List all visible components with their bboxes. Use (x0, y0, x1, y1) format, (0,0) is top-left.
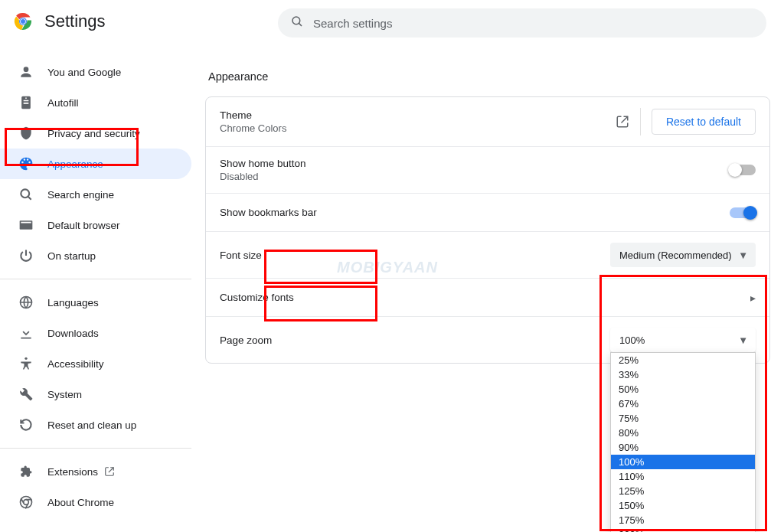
zoom-option[interactable]: 90% (611, 440, 755, 455)
sidebar-item-accessibility[interactable]: Accessibility (0, 348, 191, 379)
zoom-option[interactable]: 50% (611, 382, 755, 397)
zoom-option[interactable]: 150% (611, 498, 755, 513)
svg-line-7 (28, 197, 31, 200)
dropdown-arrow-icon: ▼ (738, 250, 748, 261)
search-icon (18, 187, 34, 202)
bookmarks-toggle[interactable] (730, 207, 756, 218)
sidebar-item-label: Extensions (47, 466, 98, 478)
home-button-toggle[interactable] (730, 165, 756, 175)
zoom-option[interactable]: 125% (611, 484, 755, 498)
fontsize-label: Font size (220, 250, 610, 261)
wrench-icon (18, 387, 34, 402)
row-bookmarks-bar: Show bookmarks bar (206, 194, 769, 232)
autofill-icon (18, 95, 34, 110)
chrome-icon (18, 494, 34, 510)
sidebar-item-label: Downloads (47, 328, 99, 339)
open-external-icon[interactable] (616, 115, 629, 129)
sidebar-item-label: You and Google (47, 67, 121, 78)
divider (0, 448, 191, 449)
theme-label: Theme (220, 109, 616, 121)
row-theme[interactable]: Theme Chrome Colors Reset to default (206, 97, 769, 147)
font-size-select[interactable]: Medium (Recommended) ▼ (610, 243, 756, 267)
access-icon (18, 356, 34, 371)
sidebar-item-about-chrome[interactable]: About Chrome (0, 487, 191, 517)
sidebar-item-downloads[interactable]: Downloads (0, 318, 191, 348)
sidebar-item-label: Search engine (47, 189, 114, 201)
svg-line-5 (299, 23, 302, 26)
person-icon (18, 64, 34, 80)
page-zoom-value: 100% (619, 335, 645, 346)
theme-sub: Chrome Colors (220, 122, 616, 134)
sidebar-item-you-and-google[interactable]: You and Google (0, 57, 191, 87)
sidebar-item-appearance[interactable]: Appearance (0, 149, 191, 179)
sidebar-item-label: Default browser (47, 220, 120, 231)
dropdown-arrow-icon: ▼ (738, 335, 748, 346)
puzzle-icon (18, 464, 34, 479)
zoom-option[interactable]: 100% (611, 455, 755, 469)
sidebar-item-default-browser[interactable]: Default browser (0, 210, 191, 240)
zoom-option[interactable]: 25% (611, 353, 755, 367)
sidebar-item-label: Languages (47, 297, 99, 308)
svg-point-4 (292, 17, 300, 24)
divider (0, 279, 191, 279)
sidebar-item-label: About Chrome (47, 497, 114, 508)
svg-point-3 (21, 19, 25, 24)
search-settings[interactable] (278, 8, 766, 38)
main-content: Appearance Theme Chrome Colors Reset to … (191, 43, 784, 517)
font-size-value: Medium (Recommended) (619, 250, 732, 261)
sidebar-item-label: System (47, 389, 82, 400)
zoom-option[interactable]: 75% (611, 411, 755, 426)
sidebar-item-label: Privacy and security (47, 128, 140, 139)
divider (640, 108, 641, 135)
power-icon (18, 248, 34, 263)
sidebar: You and GoogleAutofillPrivacy and securi… (0, 43, 191, 517)
zoom-option[interactable]: 110% (611, 469, 755, 484)
svg-point-9 (24, 357, 27, 360)
sidebar-item-label: Appearance (47, 158, 103, 170)
sidebar-item-label: Autofill (47, 97, 79, 109)
sidebar-item-on-startup[interactable]: On startup (0, 240, 191, 271)
globe-icon (18, 295, 34, 310)
browser-icon (18, 217, 34, 233)
appearance-card: Theme Chrome Colors Reset to default Sho… (205, 96, 770, 364)
open-external-icon (104, 466, 115, 477)
zoom-option[interactable]: 175% (611, 513, 755, 527)
zoom-option[interactable]: 200% (611, 527, 755, 532)
shield-icon (18, 126, 34, 141)
reset-to-default-button[interactable]: Reset to default (652, 109, 756, 135)
chevron-right-icon: ▸ (750, 292, 756, 304)
page-title: Settings (44, 11, 106, 31)
sidebar-item-label: Reset and clean up (47, 419, 136, 431)
svg-point-6 (21, 189, 29, 197)
sidebar-item-reset-and-clean-up[interactable]: Reset and clean up (0, 410, 191, 440)
zoom-option[interactable]: 80% (611, 426, 755, 440)
customfonts-label: Customize fonts (220, 292, 750, 303)
bookmarks-label: Show bookmarks bar (220, 207, 730, 218)
page-zoom-dropdown[interactable]: 25%33%50%67%75%80%90%100%110%125%150%175… (610, 352, 756, 532)
sidebar-item-system[interactable]: System (0, 379, 191, 410)
sidebar-item-label: Accessibility (47, 358, 104, 370)
reset-icon (18, 417, 34, 432)
home-sub: Disabled (220, 171, 730, 182)
search-input[interactable] (313, 17, 754, 30)
sidebar-item-label: On startup (47, 250, 96, 262)
sidebar-item-extensions[interactable]: Extensions (0, 456, 191, 487)
zoom-label: Page zoom (220, 335, 610, 346)
sidebar-item-languages[interactable]: Languages (0, 287, 191, 318)
page-zoom-select[interactable]: 100% ▼ (610, 328, 756, 352)
sidebar-item-autofill[interactable]: Autofill (0, 87, 191, 118)
home-label: Show home button (220, 158, 730, 169)
chrome-logo-icon (14, 12, 32, 31)
row-page-zoom: Page zoom 100% ▼ 25%33%50%67%75%80%90%10… (206, 317, 769, 363)
zoom-option[interactable]: 33% (611, 367, 755, 382)
sidebar-item-search-engine[interactable]: Search engine (0, 179, 191, 210)
download-icon (18, 325, 34, 341)
row-customize-fonts[interactable]: Customize fonts ▸ (206, 279, 769, 317)
zoom-option[interactable]: 67% (611, 397, 755, 411)
section-title: Appearance (208, 70, 770, 83)
search-icon (290, 15, 304, 31)
palette-icon (18, 156, 34, 171)
sidebar-item-privacy-and-security[interactable]: Privacy and security (0, 118, 191, 149)
row-font-size: Font size Medium (Recommended) ▼ (206, 232, 769, 279)
row-home-button: Show home button Disabled (206, 147, 769, 194)
